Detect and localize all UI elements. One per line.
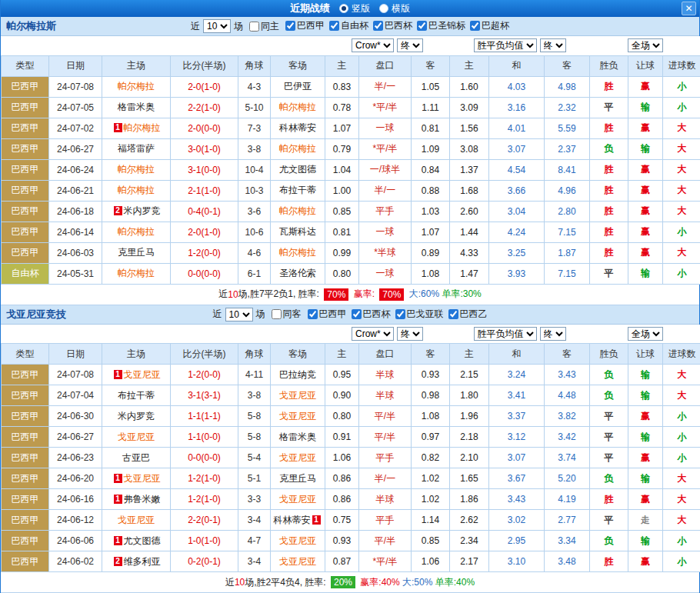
league-filter[interactable]: 巴西杯 (373, 19, 412, 32)
europe-value-select[interactable]: 胜平负均值 (474, 38, 537, 52)
eu-draw-odds: 3.04 (489, 201, 545, 222)
eu-draw-odds: 3.37 (489, 406, 545, 427)
league-filter[interactable]: 巴超杯 (470, 19, 509, 32)
league-filter[interactable]: 巴戈亚联 (395, 308, 444, 321)
league-filter[interactable]: 巴圣锦标 (417, 19, 465, 32)
away-team-cell: 帕尔梅拉 (271, 138, 325, 159)
result-cell: 负 (590, 365, 628, 385)
league-type-cell: 自由杯 (2, 263, 49, 284)
away-team-cell: 克里丘马 (271, 468, 325, 489)
column-header: 盘口 (359, 344, 412, 365)
team-name: 帕尔梅拉斯 (6, 19, 56, 33)
summary-segment: 赢率: (351, 288, 377, 301)
eu-draw-odds: 3.02 (489, 510, 545, 531)
same-venue-checkbox[interactable] (249, 22, 259, 32)
ah-home-odds: 1.06 (325, 448, 359, 468)
ah-home-odds: 1.00 (325, 180, 359, 201)
team-label: 帕尔梅拉 (279, 102, 316, 112)
result-cell: 胜 (590, 242, 628, 263)
europe-value-select[interactable]: 胜平负均值 (474, 327, 537, 341)
eu-away-odds: 4.19 (545, 489, 590, 510)
league-filter[interactable]: 巴西乙 (448, 308, 488, 321)
corner-cell: 10-4 (238, 159, 271, 180)
home-team-cell: 1戈亚尼亚 (102, 365, 171, 385)
league-checkbox[interactable] (417, 21, 427, 31)
handicap-result-cell: 输 (628, 365, 663, 385)
team-label: 克里丘马 (118, 247, 155, 258)
league-filter[interactable]: 巴西杯 (352, 308, 391, 321)
league-label: 巴超杯 (482, 19, 509, 32)
scope-selects: 全场 (590, 325, 700, 344)
filter-group: 近 10 场 同主 巴西甲自由杯巴西杯巴圣锦标巴超杯 (1, 19, 699, 33)
layout-radio-horizontal[interactable]: 横版 (379, 2, 410, 15)
section-header: 帕尔梅拉斯 近 10 场 同主 巴西甲自由杯巴西杯巴圣锦标巴超杯 (1, 17, 699, 36)
league-checkbox[interactable] (395, 309, 405, 319)
eu-draw-odds: 2.95 (489, 531, 545, 551)
ah-away-odds: 1.08 (412, 406, 450, 427)
league-checkbox[interactable] (448, 309, 458, 319)
odds-company-select[interactable]: Crow* (352, 38, 394, 52)
column-header: 进球数 (663, 55, 700, 76)
eu-home-odds: 1.37 (450, 159, 489, 180)
home-team-cell: 格雷米奥 (102, 97, 171, 118)
ah-line: 半/一 (359, 468, 412, 489)
close-icon[interactable]: ✕ (682, 2, 696, 15)
europe-final-select[interactable]: 终 (540, 327, 566, 341)
result-cell: 胜 (590, 159, 628, 180)
games-label: 场 (234, 20, 243, 33)
result-cell: 平 (590, 510, 628, 531)
score-cell: 2-2(1-0) (171, 97, 238, 118)
handicap-result-cell: 走 (628, 510, 663, 531)
ah-home-odds: 0.85 (325, 201, 359, 222)
layout-radio-vertical[interactable]: 竖版 (339, 2, 370, 15)
goals-cell: 小 (663, 76, 700, 97)
same-venue-filter[interactable]: 同主 (249, 20, 279, 33)
match-row: 巴西甲24-06-27福塔雷萨3-0(1-0)3-8帕尔梅拉0.79*平/半1.… (2, 138, 700, 159)
goals-cell: 大 (663, 159, 700, 180)
league-filter[interactable]: 巴西甲 (285, 19, 325, 32)
match-count-select[interactable]: 10 (225, 308, 253, 321)
league-checkbox[interactable] (285, 21, 295, 31)
eu-home-odds: 4.33 (450, 242, 489, 263)
asian-final-select[interactable]: 终 (397, 38, 423, 52)
score-cell: 2-0(1-0) (171, 222, 238, 242)
match-row: 巴西甲24-06-27戈亚尼亚1-1(0-0)5-8格雷米奥0.91平/半0.9… (2, 427, 700, 448)
league-type-cell: 巴西甲 (2, 489, 49, 510)
eu-away-odds: 8.41 (545, 159, 590, 180)
date-cell: 24-05-31 (49, 263, 102, 284)
away-team-cell: 科林蒂安1 (271, 510, 325, 531)
scope-select[interactable]: 全场 (628, 327, 663, 341)
match-count-select[interactable]: 10 (203, 19, 231, 33)
odds-company-select[interactable]: Crow* (352, 327, 394, 341)
team-label: 巴伊亚 (284, 81, 312, 92)
scope-select[interactable]: 全场 (628, 38, 663, 52)
games-label: 场 (256, 308, 265, 321)
home-team-cell: 米内罗竞 (102, 406, 171, 427)
column-header: 日期 (49, 344, 102, 365)
europe-final-select[interactable]: 终 (540, 38, 566, 52)
home-team-cell: 1尤文图德 (102, 531, 171, 551)
league-type-cell: 巴西甲 (2, 510, 49, 531)
asian-final-select[interactable]: 终 (397, 327, 423, 341)
eu-draw-odds: 3.43 (489, 489, 545, 510)
league-filter[interactable]: 自由杯 (329, 19, 368, 32)
league-checkbox[interactable] (329, 21, 339, 31)
league-label: 巴西杯 (363, 308, 391, 321)
league-checkbox[interactable] (308, 309, 318, 319)
league-filter[interactable]: 巴西甲 (308, 308, 347, 321)
home-team-cell: 克里丘马 (102, 242, 171, 263)
away-team-cell: 戈亚尼亚 (271, 406, 325, 427)
league-checkbox[interactable] (470, 21, 480, 31)
team-label: 帕尔梅拉 (118, 226, 155, 237)
league-checkbox[interactable] (352, 309, 362, 319)
summary-segment: 大:60% (406, 288, 439, 301)
ah-away-odds: 0.81 (412, 118, 450, 138)
same-venue-checkbox[interactable] (272, 309, 282, 319)
match-row: 巴西甲24-07-021帕尔梅拉2-0(0-0)7-3科林蒂安1.07一球0.8… (2, 118, 700, 138)
home-team-cell: 帕尔梅拉 (102, 159, 171, 180)
result-cell: 胜 (590, 118, 628, 138)
summary-segment: 大:50% (400, 576, 433, 589)
ah-line: 一球 (359, 263, 412, 284)
league-checkbox[interactable] (373, 21, 383, 31)
same-venue-filter[interactable]: 同客 (272, 308, 302, 321)
